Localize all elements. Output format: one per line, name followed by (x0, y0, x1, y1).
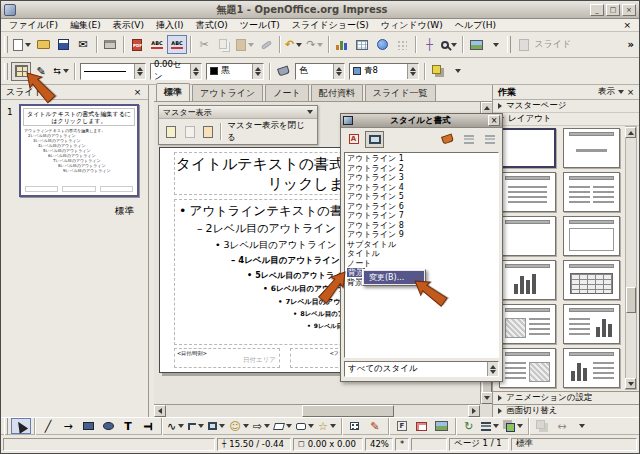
delete-master-button[interactable] (180, 123, 198, 141)
menu-slideshow[interactable]: スライドショー(S) (292, 19, 369, 32)
shadow-button[interactable] (428, 62, 448, 81)
gallery-button[interactable] (432, 418, 452, 434)
line-style-spinner[interactable] (134, 64, 145, 79)
fill-type-select[interactable]: 色 (295, 63, 345, 80)
date-placeholder[interactable]: <日付/時刻>日付エリア (174, 348, 280, 368)
layout-thumbnail-title-subtitle[interactable] (563, 128, 620, 168)
section-layouts[interactable]: レイアウト (493, 113, 639, 126)
maximize-button[interactable]: □ (606, 4, 620, 16)
style-item[interactable]: タイトル (347, 249, 498, 259)
section-transition[interactable]: 画面切り替え (493, 404, 639, 417)
layout-thumbnail-text-chart[interactable] (563, 304, 620, 344)
tasks-panel-close-button[interactable]: × (627, 87, 634, 97)
rotate-button[interactable]: ↻ (459, 418, 479, 434)
style-item[interactable]: アウトライン 5 (347, 192, 498, 202)
master-toolbar-titlebar[interactable]: マスター表示 (159, 106, 317, 119)
style-item[interactable]: アウトライン 6 (347, 202, 498, 212)
line-width-spinner[interactable] (190, 64, 201, 79)
tasks-view-menu[interactable]: 表示× (598, 86, 634, 98)
layout-thumbnail-title-only[interactable] (499, 216, 556, 256)
layout-thumbnail-text-clipart[interactable] (499, 348, 556, 388)
style-item[interactable]: アウトライン 3 (347, 173, 498, 183)
stars-button[interactable]: ☆ (316, 418, 338, 434)
open-button[interactable] (33, 35, 53, 54)
close-button[interactable]: × (622, 4, 636, 16)
block-arrows-button[interactable]: ⇨ (251, 418, 272, 434)
layout-thumbnail-blank[interactable] (499, 128, 556, 168)
vertical-text-button[interactable]: T (138, 418, 158, 434)
slide-template-field[interactable]: 標準 (511, 438, 637, 451)
styles-and-formatting-button[interactable] (11, 62, 31, 81)
insert-table-button[interactable] (352, 35, 372, 54)
zoom-level-field[interactable]: 42% (365, 438, 393, 451)
horizontal-scrollbar[interactable] (154, 404, 480, 417)
dialog-titlebar[interactable]: スタイルと書式 × (341, 114, 502, 128)
style-item[interactable]: ノート (347, 259, 498, 269)
glue-points-button[interactable]: ✎ (365, 418, 385, 434)
new-document-button[interactable] (11, 35, 33, 54)
toolbar-grip[interactable] (4, 63, 8, 80)
line-tool-button[interactable]: ╱ (38, 418, 58, 434)
layout-thumbnail-table[interactable] (563, 260, 620, 300)
tab-slide-sorter[interactable]: スライド一覧 (365, 84, 436, 101)
layout-scroll-down[interactable] (625, 378, 636, 389)
interaction-button[interactable]: ↔ (552, 418, 572, 434)
menu-window[interactable]: ウィンドウ(W) (381, 19, 443, 32)
toolbar-menu-arrow-icon[interactable] (307, 110, 313, 114)
layout-thumbnail-clipart-text[interactable] (499, 304, 556, 344)
insert-chart-button[interactable] (332, 35, 352, 54)
send-email-button[interactable]: ✉ (73, 35, 93, 54)
cursor-position-field[interactable]: ┼15.50 / -0.44 (217, 438, 291, 451)
ellipse-tool-button[interactable] (98, 418, 118, 434)
fill-color-select[interactable]: 青8 (349, 63, 419, 80)
section-master-pages[interactable]: マスターページ (493, 100, 639, 113)
toolbar-overflow-button[interactable] (572, 418, 592, 434)
tab-handout[interactable]: 配付資料 (311, 84, 363, 101)
print-button[interactable] (100, 35, 120, 54)
arrow-style-button[interactable]: ⇆ (51, 62, 71, 81)
tab-notes[interactable]: ノート (265, 84, 308, 101)
insert-picture-button[interactable] (412, 418, 432, 434)
flowchart-button[interactable] (272, 418, 294, 434)
area-style-button[interactable] (273, 62, 293, 81)
zoom-button[interactable] (439, 35, 459, 54)
hyperlink-button[interactable] (372, 35, 392, 54)
gallery-button[interactable] (466, 35, 486, 54)
layout-thumbnail-chart[interactable] (499, 260, 556, 300)
menu-format[interactable]: 書式(O) (196, 19, 228, 32)
layout-scrollbar[interactable] (625, 126, 637, 390)
save-button[interactable] (53, 35, 73, 54)
scroll-left-button[interactable] (154, 405, 166, 417)
curve-tool-button[interactable]: ∿ (165, 418, 186, 434)
style-filter-spinner[interactable] (487, 362, 498, 376)
toolbar-grip[interactable] (507, 36, 511, 53)
graphics-styles-button[interactable]: A (344, 131, 363, 148)
style-item[interactable]: アウトライン 9 (347, 230, 498, 240)
close-master-view-button[interactable]: マスター表示を閉じる (224, 120, 314, 144)
pen-style-button[interactable]: ✎ (31, 62, 51, 81)
update-style-button[interactable] (480, 131, 499, 148)
line-color-select[interactable]: 黒 (206, 63, 264, 80)
edit-points-button[interactable] (345, 418, 365, 434)
section-animation[interactable]: アニメーションの設定 (493, 391, 639, 404)
symbol-shapes-button[interactable]: ☺ (227, 418, 250, 434)
arrange-button[interactable] (501, 418, 525, 434)
dialog-close-button[interactable]: × (488, 115, 500, 126)
slides-panel-close-button[interactable]: × (132, 87, 143, 97)
format-paintbrush-button[interactable] (256, 35, 276, 54)
new-style-button[interactable] (459, 131, 478, 148)
fill-color-spinner[interactable] (407, 64, 418, 79)
toolbar-overflow-button[interactable] (486, 35, 506, 54)
scroll-right-button[interactable] (468, 405, 480, 417)
new-master-button[interactable] (162, 123, 180, 141)
fill-format-mode-button[interactable] (438, 131, 457, 148)
layout-scroll-up[interactable] (625, 127, 636, 138)
slide-thumbnail[interactable]: タイトルテキストの書式を編集するにはクリックします。 アウトラインテキストの書式… (19, 104, 139, 197)
display-grid-button[interactable] (392, 35, 412, 54)
menu-file[interactable]: ファイル(F) (9, 19, 58, 32)
alignment-button[interactable] (479, 418, 501, 434)
line-width-input[interactable]: 0.00セン (150, 63, 202, 80)
layout-scroll-thumb[interactable] (626, 287, 636, 313)
style-item[interactable]: アウトライン 2 (347, 164, 498, 174)
paste-button[interactable] (234, 35, 256, 54)
